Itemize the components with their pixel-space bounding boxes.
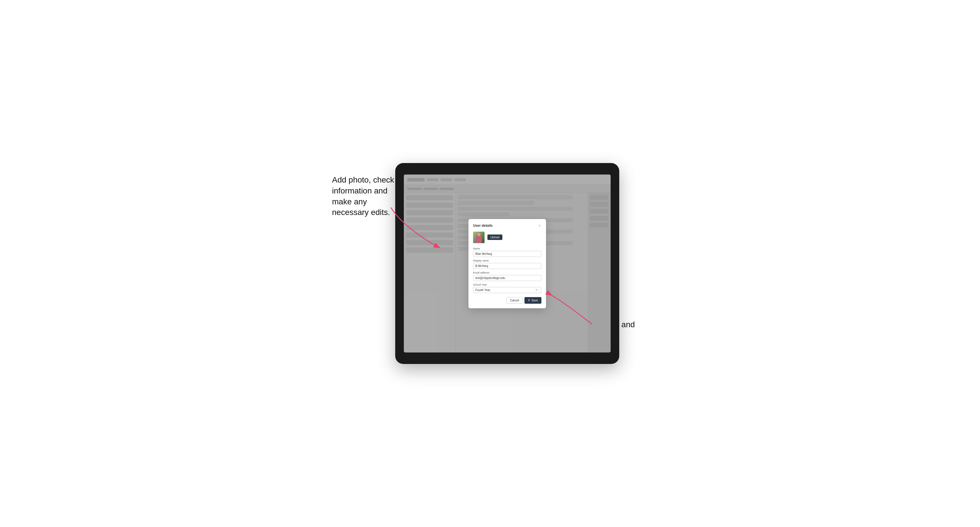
name-label: Name — [473, 247, 541, 250]
scene: Add photo, check information and make an… — [332, 152, 648, 375]
school-year-input[interactable] — [473, 287, 541, 293]
cancel-button[interactable]: Cancel — [506, 297, 523, 304]
annotation-left-text: Add photo, check information and make an… — [332, 175, 394, 217]
email-label: Email address — [473, 271, 541, 274]
save-icon: ⬆ — [528, 299, 530, 302]
school-year-field-group: School Year ✕ ⌄ — [473, 283, 541, 293]
email-input[interactable] — [473, 275, 541, 281]
clear-icon[interactable]: ✕ — [535, 289, 538, 291]
school-year-label: School Year — [473, 283, 541, 286]
modal-photo-row: Upload — [473, 232, 541, 243]
save-button[interactable]: ⬆ Save — [525, 297, 541, 304]
tablet-device: User details × Upload Name — [395, 163, 619, 364]
upload-photo-button[interactable]: Upload — [487, 235, 502, 240]
name-input[interactable] — [473, 251, 541, 257]
save-label: Save — [531, 299, 538, 302]
school-year-wrapper: ✕ ⌄ — [473, 287, 541, 293]
modal-title-bar: User details × — [473, 224, 541, 228]
display-name-field-group: Display name — [473, 259, 541, 269]
modal-overlay: User details × Upload Name — [404, 175, 611, 352]
chevron-down-icon[interactable]: ⌄ — [538, 289, 540, 291]
modal-actions: Cancel ⬆ Save — [473, 297, 541, 304]
tablet-screen: User details × Upload Name — [404, 175, 611, 352]
name-field-group: Name — [473, 247, 541, 257]
user-details-modal: User details × Upload Name — [468, 219, 546, 308]
display-name-label: Display name — [473, 259, 541, 262]
annotation-left: Add photo, check information and make an… — [332, 175, 395, 218]
display-name-input[interactable] — [473, 263, 541, 269]
modal-close-button[interactable]: × — [538, 224, 541, 228]
user-photo-thumbnail — [473, 232, 485, 243]
modal-title: User details — [473, 224, 493, 228]
school-year-icons: ✕ ⌄ — [535, 289, 540, 291]
email-field-group: Email address — [473, 271, 541, 281]
photo-person-head — [477, 233, 480, 236]
